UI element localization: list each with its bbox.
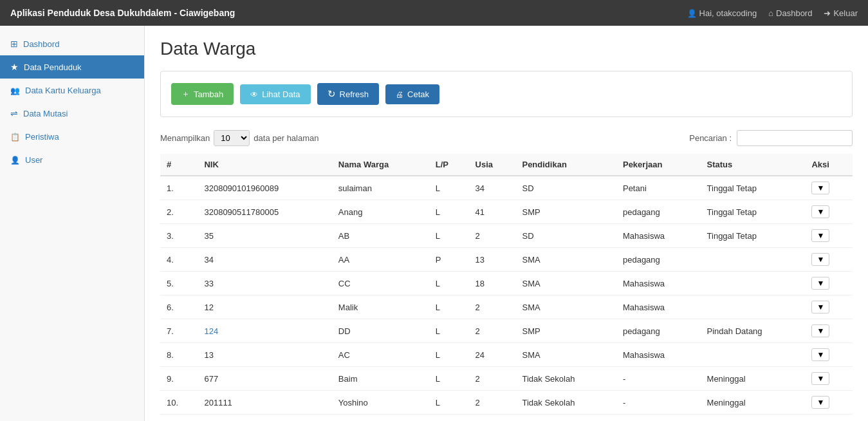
- table-row: 9. 677 Baim L 2 Tidak Sekolah - Meningga…: [160, 367, 853, 391]
- cell-lp: L: [429, 272, 469, 295]
- cell-nama: Baim: [332, 367, 429, 391]
- col-usia: Usia: [469, 154, 516, 176]
- action-dropdown-btn[interactable]: ▼: [811, 396, 829, 409]
- sidebar-item-user[interactable]: User: [0, 148, 144, 171]
- dashboard-icon: [10, 39, 18, 49]
- action-dropdown-btn[interactable]: ▼: [811, 301, 829, 313]
- sidebar-item-data-penduduk[interactable]: Data Penduduk: [0, 55, 144, 79]
- cell-pendidikan: SMA: [515, 248, 616, 272]
- cell-no: 10.: [160, 391, 198, 415]
- refresh-button[interactable]: Refresh: [317, 83, 380, 105]
- table-header-row: # NIK Nama Warga L/P Usia Pendidikan Pek…: [160, 154, 853, 176]
- print-icon: [396, 89, 403, 99]
- search-input[interactable]: [737, 130, 853, 146]
- table-row: 4. 34 AA P 13 SMA pedagang ▼: [160, 248, 853, 272]
- sidebar-item-data-kartu-keluarga[interactable]: Data Kartu Keluarga: [0, 79, 144, 102]
- cell-no: 4.: [160, 248, 198, 272]
- table-head: # NIK Nama Warga L/P Usia Pendidikan Pek…: [160, 154, 853, 176]
- cell-aksi: ▼: [805, 272, 853, 295]
- cell-status: [701, 248, 806, 272]
- sidebar-label-dashbord: Dashbord: [23, 39, 59, 49]
- cell-pekerjaan: pedagang: [616, 248, 701, 272]
- table-row: 3. 35 AB L 2 SD Mahasiswa Tinggal Tetap …: [160, 224, 853, 248]
- cetak-button[interactable]: Cetak: [385, 84, 439, 104]
- cell-usia: 18: [469, 272, 516, 295]
- sidebar-label-kartu-keluarga: Data Kartu Keluarga: [25, 86, 101, 95]
- sidebar-item-dashbord[interactable]: Dashbord: [0, 32, 144, 55]
- page-title: Data Warga: [160, 39, 853, 59]
- cell-no: 6.: [160, 295, 198, 319]
- cell-nama: Yoshino: [332, 391, 429, 415]
- cell-pendidikan: SD: [515, 176, 616, 200]
- cell-no: 3.: [160, 224, 198, 248]
- cell-lp: L: [429, 295, 469, 319]
- action-dropdown-btn[interactable]: ▼: [811, 372, 829, 385]
- cell-nama: AC: [332, 343, 429, 367]
- cell-pekerjaan: Mahasiswa: [616, 295, 701, 319]
- lihat-data-button[interactable]: Lihat Data: [240, 84, 310, 104]
- show-entries: Menampilkan 10 25 50 100 data per halama…: [160, 130, 319, 146]
- navbar-right: Hai, otakcoding Dashbord Keluar: [687, 8, 858, 18]
- cell-no: 2.: [160, 200, 198, 224]
- cell-pendidikan: Tidak Sekolah: [515, 391, 616, 415]
- cell-status: Pindah Datang: [701, 319, 806, 343]
- cell-nik: 201111: [198, 391, 331, 415]
- cell-aksi: ▼: [805, 176, 853, 200]
- col-pekerjaan: Pekerjaan: [616, 154, 701, 176]
- navbar-logout[interactable]: Keluar: [824, 8, 858, 18]
- cell-status: Meninggal: [701, 367, 806, 391]
- table-body: 1. 3208090101960089 sulaiman L 34 SD Pet…: [160, 176, 853, 415]
- action-dropdown-btn[interactable]: ▼: [811, 182, 829, 194]
- search-box: Pencarian :: [689, 130, 853, 146]
- cell-aksi: ▼: [805, 295, 853, 319]
- search-label: Pencarian :: [689, 133, 732, 143]
- action-dropdown-btn[interactable]: ▼: [811, 277, 829, 290]
- col-pendidikan: Pendidikan: [515, 154, 616, 176]
- tambah-button[interactable]: Tambah: [171, 83, 234, 105]
- navbar-greeting: Hai, otakcoding: [699, 8, 757, 18]
- col-no: #: [160, 154, 198, 176]
- sidebar-label-peristiwa: Peristiwa: [25, 132, 59, 142]
- cell-status: Tinggal Tetap: [701, 224, 806, 248]
- per-page-label: data per halaman: [254, 133, 319, 143]
- action-dropdown-btn[interactable]: ▼: [811, 205, 829, 218]
- sidebar-label-data-penduduk: Data Penduduk: [24, 62, 82, 72]
- action-dropdown-btn[interactable]: ▼: [811, 229, 829, 242]
- action-bar: Tambah Lihat Data Refresh Cetak: [160, 71, 853, 117]
- cell-nik: 677: [198, 367, 331, 391]
- cell-usia: 24: [469, 343, 516, 367]
- cell-pendidikan: SMA: [515, 343, 616, 367]
- cell-usia: 41: [469, 200, 516, 224]
- cell-pendidikan: SMP: [515, 200, 616, 224]
- action-dropdown-btn[interactable]: ▼: [811, 324, 829, 337]
- cell-nik: 3208090101960089: [198, 176, 331, 200]
- navbar-user[interactable]: Hai, otakcoding: [687, 8, 757, 18]
- per-page-select[interactable]: 10 25 50 100: [214, 130, 250, 146]
- nik-link[interactable]: 124: [204, 326, 218, 336]
- navbar-dashboard[interactable]: Dashbord: [768, 8, 812, 18]
- refresh-icon: [328, 88, 336, 100]
- cell-usia: 2: [469, 391, 516, 415]
- cell-no: 8.: [160, 343, 198, 367]
- cell-no: 5.: [160, 272, 198, 295]
- table-controls: Menampilkan 10 25 50 100 data per halama…: [160, 130, 853, 146]
- user-sidebar-icon: [10, 154, 20, 165]
- cell-aksi: ▼: [805, 224, 853, 248]
- cell-nik: 13: [198, 343, 331, 367]
- cell-lp: L: [429, 200, 469, 224]
- action-dropdown-btn[interactable]: ▼: [811, 348, 829, 361]
- sidebar-item-peristiwa[interactable]: Peristiwa: [0, 125, 144, 148]
- cell-lp: L: [429, 343, 469, 367]
- sidebar-item-data-mutasi[interactable]: Data Mutasi: [0, 102, 144, 125]
- action-dropdown-btn[interactable]: ▼: [811, 253, 829, 266]
- col-nama: Nama Warga: [332, 154, 429, 176]
- col-nik: NIK: [198, 154, 331, 176]
- table-row: 5. 33 CC L 18 SMA Mahasiswa ▼: [160, 272, 853, 295]
- cell-pekerjaan: pedagang: [616, 200, 701, 224]
- table-row: 6. 12 Malik L 2 SMA Mahasiswa ▼: [160, 295, 853, 319]
- data-table: # NIK Nama Warga L/P Usia Pendidikan Pek…: [160, 154, 853, 415]
- cell-status: Meninggal: [701, 391, 806, 415]
- app-title: Aplikasi Penduduk Desa Dukuhdalem - Ciaw…: [10, 8, 235, 18]
- col-status: Status: [701, 154, 806, 176]
- cell-lp: L: [429, 367, 469, 391]
